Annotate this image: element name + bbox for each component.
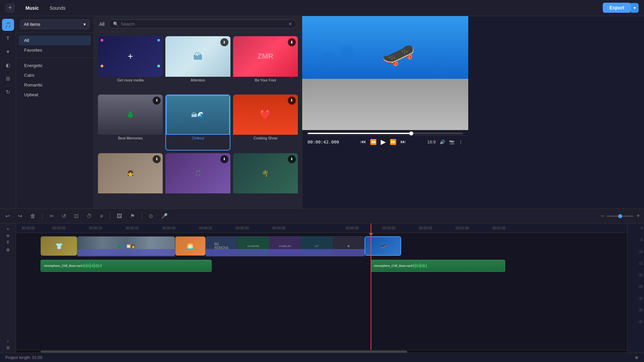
sidebar-icon-text[interactable]: T bbox=[2, 32, 14, 44]
sidebar-icon-color[interactable]: ◐ bbox=[2, 59, 14, 71]
video-clip-1[interactable]: 👕 bbox=[41, 236, 77, 256]
screenshot-icon[interactable]: 📷 bbox=[449, 139, 454, 144]
add-track-button[interactable]: + bbox=[6, 226, 9, 232]
step-back-button[interactable]: ⏪ bbox=[370, 139, 377, 145]
bestmemories-label: Best Memories bbox=[98, 135, 163, 141]
db-0: 0 bbox=[641, 226, 643, 230]
category-dropdown[interactable]: All items ▾ bbox=[20, 19, 90, 29]
text-track-icon[interactable]: T bbox=[7, 240, 9, 245]
more-options-icon[interactable]: ⋮ bbox=[459, 139, 463, 144]
export-button[interactable]: Export bbox=[603, 3, 631, 13]
skip-to-start-button[interactable]: ⏮ bbox=[361, 139, 366, 145]
video-clip-3[interactable]: 🌅 bbox=[175, 236, 206, 256]
category-item-upbeat[interactable]: Upbeat bbox=[19, 90, 91, 100]
volume-icon[interactable]: 🔊 bbox=[440, 139, 445, 144]
sidebar-icon-templates[interactable]: ⊞ bbox=[2, 72, 14, 84]
ruler-tick-50: 00:00:50 bbox=[382, 226, 395, 230]
ruler-tick-25: 00:00:25 bbox=[199, 226, 212, 230]
audio-clip-2[interactable]: Atmosphere_Chill_Beat.mp3 bbox=[371, 260, 505, 272]
media-card-row3a[interactable]: ⬇ 👧 bbox=[98, 153, 163, 205]
record-video-button[interactable]: ⊙ bbox=[147, 212, 154, 221]
get-more-label: Get more media bbox=[98, 77, 163, 83]
search-clear-icon[interactable]: ✕ bbox=[288, 21, 292, 26]
toolbar-divider-1 bbox=[42, 213, 43, 220]
category-item-all[interactable]: All bbox=[19, 36, 91, 45]
eye-icon[interactable]: 👁 bbox=[6, 234, 10, 238]
media-card-row3b[interactable]: ⬇ 🎵 bbox=[165, 153, 230, 205]
marker-button[interactable]: ⚑ bbox=[129, 212, 136, 221]
zoom-out-button[interactable]: − bbox=[601, 213, 604, 220]
tab-music[interactable]: Music bbox=[21, 4, 43, 12]
download-row3b-icon[interactable]: ⬇ bbox=[220, 155, 228, 163]
play-button[interactable]: ▶ bbox=[381, 138, 386, 146]
overlay-button[interactable]: 🖼 bbox=[115, 212, 123, 221]
crop-button[interactable]: ⊡ bbox=[73, 212, 80, 221]
add-button[interactable]: + bbox=[5, 3, 15, 13]
get-more-plus-icon: + bbox=[127, 51, 133, 62]
get-more-media-card[interactable]: + Get more media bbox=[98, 36, 163, 92]
media-card-bestmemories[interactable]: ⬇ 🌲 Best Memories bbox=[98, 95, 163, 150]
skip-to-end-button[interactable]: ⏭ bbox=[400, 139, 406, 145]
download-attention-icon[interactable]: ⬇ bbox=[220, 38, 228, 46]
progress-bar-container[interactable] bbox=[302, 130, 468, 135]
download-cooking-icon[interactable]: ⬇ bbox=[288, 97, 296, 105]
category-item-calm[interactable]: Calm bbox=[19, 70, 91, 80]
ruler-tick-55: 00:00:55 bbox=[419, 226, 432, 230]
media-card-attention[interactable]: ⬇ 🏔 Attention bbox=[165, 36, 230, 92]
rotate-button[interactable]: ↺ bbox=[60, 212, 67, 221]
download-row3c-icon[interactable]: ⬇ bbox=[288, 155, 296, 163]
download-beyourfool-icon[interactable]: ⬇ bbox=[288, 38, 296, 46]
audio-clip-1[interactable]: Atmosphere_Chill_Beat.mp3 bbox=[41, 260, 212, 272]
ruler-tick-0: 00:00:00 bbox=[22, 226, 35, 230]
media-card-beyourfool[interactable]: ⬇ ZMR Be Your Fool bbox=[233, 36, 298, 92]
category-item-favorites[interactable]: Favorites bbox=[19, 45, 91, 55]
redo-button[interactable]: ↪ bbox=[16, 212, 23, 221]
chillout-label: Chillout bbox=[166, 135, 229, 141]
media-card-row3c[interactable]: ⬇ 🌴 bbox=[233, 153, 298, 205]
progress-handle[interactable] bbox=[409, 131, 413, 135]
category-item-energetic[interactable]: Energetic bbox=[19, 61, 91, 70]
delete-button[interactable]: 🗑 bbox=[29, 212, 37, 221]
adjust-button[interactable]: ≡ bbox=[99, 212, 104, 221]
db-scale: 0 -5 -10 -15 -20 -25 -30 -35 -40 bbox=[628, 224, 644, 326]
preview-right-controls: 16:9 🔊 📷 ⋮ bbox=[427, 139, 463, 144]
timeline-scrollbar[interactable] bbox=[16, 350, 627, 353]
music-track-icon[interactable]: ♪ bbox=[7, 339, 9, 343]
search-input[interactable] bbox=[121, 21, 286, 26]
cut-button[interactable]: ✂ bbox=[48, 212, 55, 221]
zoom-handle[interactable] bbox=[618, 214, 622, 218]
download-bestmemories-icon[interactable]: ⬇ bbox=[153, 97, 161, 105]
sidebar-icon-motion[interactable]: ↻ bbox=[2, 86, 14, 98]
record-audio-button[interactable]: 🎤 bbox=[160, 212, 169, 221]
db-30: -30 bbox=[638, 297, 643, 300]
zoom-in-button[interactable]: + bbox=[636, 213, 640, 220]
download-row3a-icon[interactable]: ⬇ bbox=[153, 155, 161, 163]
category-item-romantic[interactable]: Romantic bbox=[19, 80, 91, 90]
sidebar-icons: 🎵 T ✦ ◐ ⊞ ↻ bbox=[0, 16, 16, 208]
media-card-cooking[interactable]: ⬇ ❤️ Cooking Show bbox=[233, 95, 298, 150]
scroll-end-icon[interactable] bbox=[635, 356, 638, 359]
media-panel-header: All 🔍 ✕ bbox=[94, 16, 302, 32]
row3b-label bbox=[165, 193, 230, 196]
attention-label: Attention bbox=[165, 77, 230, 83]
tab-sounds[interactable]: Sounds bbox=[46, 4, 69, 12]
music-panel-header: All items ▾ bbox=[16, 16, 94, 33]
sidebar-icon-media[interactable]: 🎵 bbox=[2, 19, 14, 31]
playback-controls: ⏮ ⏪ ▶ ⏩ ⏭ bbox=[361, 138, 406, 146]
media-card-chillout[interactable]: 🏔🌊 Chillout bbox=[165, 95, 230, 150]
step-forward-button[interactable]: ⏩ bbox=[390, 139, 396, 145]
zoom-slider[interactable] bbox=[607, 216, 634, 217]
scrollbar-thumb[interactable] bbox=[41, 351, 407, 353]
sidebar-icon-effects[interactable]: ✦ bbox=[2, 46, 14, 58]
link-icon[interactable]: ⊕ bbox=[6, 247, 10, 252]
timeline-ruler[interactable]: 00:00:00 00:00:05 00:00:10 00:00:15 00:0… bbox=[16, 224, 627, 233]
speed-button[interactable]: ⏱ bbox=[85, 212, 93, 221]
progress-bar[interactable] bbox=[308, 133, 463, 134]
db-25: -25 bbox=[638, 285, 643, 289]
db-20: -20 bbox=[638, 273, 643, 277]
audio-settings-icon[interactable]: ⊞ bbox=[6, 345, 10, 350]
preview-video: 🛹 👤 👤 👤 bbox=[302, 16, 468, 130]
undo-button[interactable]: ↩ bbox=[4, 212, 11, 221]
export-dropdown-button[interactable]: ▾ bbox=[631, 3, 639, 13]
video-clip-selected[interactable]: 🛹 bbox=[365, 236, 401, 256]
